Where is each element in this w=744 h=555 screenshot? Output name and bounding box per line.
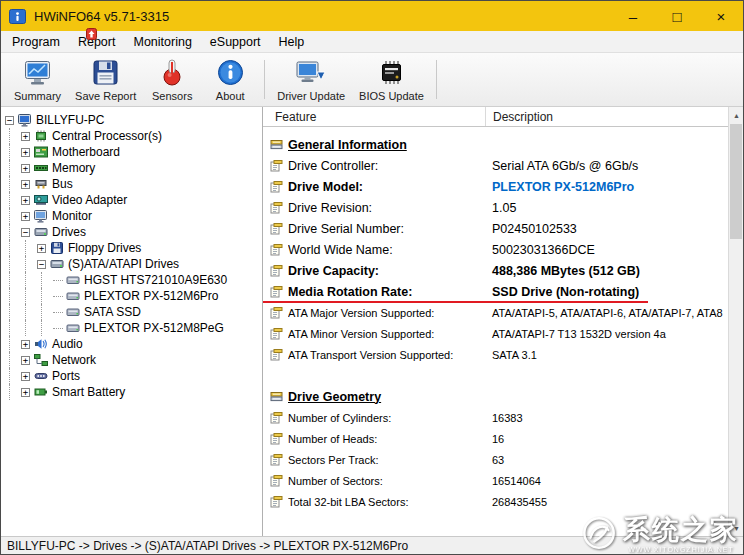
- tree-item-label: Smart Battery: [52, 385, 125, 399]
- feature-label: Number of Sectors:: [288, 475, 485, 487]
- expand-icon[interactable]: +: [21, 180, 30, 189]
- expand-icon[interactable]: +: [21, 212, 30, 221]
- feature-label: ATA Major Version Supported:: [288, 307, 485, 319]
- toolbar-save-report-button[interactable]: Save Report: [68, 55, 143, 104]
- menu-esupport[interactable]: eSupport: [201, 31, 270, 53]
- tree-item-plextor-px-512m6pro[interactable]: PLEXTOR PX-512M6Pro: [5, 288, 262, 304]
- detail-row-drive-model[interactable]: Drive Model:PLEXTOR PX-512M6Pro: [263, 176, 728, 197]
- tree-item-floppy-drives[interactable]: +Floppy Drives: [5, 240, 262, 256]
- toolbar: SummarySave ReportSensorsAboutDriver Upd…: [1, 53, 743, 107]
- detail-row-drive-controller[interactable]: Drive Controller:Serial ATA 6Gb/s @ 6Gb/…: [263, 155, 728, 176]
- bios-update-icon: [378, 58, 405, 87]
- tree-guide-line: [5, 240, 21, 256]
- feature-label: Sectors Per Track:: [288, 454, 485, 466]
- expand-icon[interactable]: +: [21, 196, 30, 205]
- toolbar-summary-button[interactable]: Summary: [7, 55, 68, 104]
- toolbar-separator: [264, 60, 265, 99]
- collapse-icon[interactable]: −: [5, 116, 14, 125]
- page-icon: [270, 454, 284, 466]
- page-icon: [270, 496, 284, 508]
- memory-icon: [34, 162, 48, 174]
- page-icon: [270, 412, 284, 424]
- about-icon: [217, 58, 244, 87]
- tree-item-billyfu-pc[interactable]: −BILLYFU-PC: [5, 112, 262, 128]
- tree-item-ports[interactable]: +Ports: [5, 368, 262, 384]
- expand-icon[interactable]: +: [21, 340, 30, 349]
- column-header-description[interactable]: Description: [485, 107, 553, 126]
- expand-icon[interactable]: +: [21, 388, 30, 397]
- detail-row-media-rotation-rate[interactable]: Media Rotation Rate:SSD Drive (Non-rotat…: [263, 281, 728, 302]
- detail-row-number-of-sectors[interactable]: Number of Sectors:16514064: [263, 470, 728, 491]
- tree-item-memory[interactable]: +Memory: [5, 160, 262, 176]
- detail-row-drive-serial-number[interactable]: Drive Serial Number:P02450102533: [263, 218, 728, 239]
- expand-icon[interactable]: +: [21, 372, 30, 381]
- toolbar-driver-update-button[interactable]: Driver Update: [270, 55, 352, 104]
- toolbar-about-button[interactable]: About: [201, 55, 259, 104]
- scroll-down-icon[interactable]: ▼: [729, 520, 744, 536]
- tree-item-sata-ssd[interactable]: SATA SSD: [5, 304, 262, 320]
- detail-row-total-32-bit-lba-sectors[interactable]: Total 32-bit LBA Sectors:268435455: [263, 491, 728, 512]
- tree-item-hgst-hts721010a9e630[interactable]: HGST HTS721010A9E630: [5, 272, 262, 288]
- maximize-button[interactable]: □: [655, 1, 699, 31]
- minimize-button[interactable]: –: [611, 1, 655, 31]
- detail-row-number-of-heads[interactable]: Number of Heads:16: [263, 428, 728, 449]
- scroll-up-icon[interactable]: ▲: [729, 107, 744, 123]
- tree-guide-line: [5, 352, 21, 368]
- section-title: General Information: [288, 138, 407, 152]
- title-bar[interactable]: HWiNFO64 v5.71-3315 – □ ×: [1, 1, 743, 31]
- toolbar-bios-update-button[interactable]: BIOS Update: [352, 55, 431, 104]
- detail-row-world-wide-name[interactable]: World Wide Name:50023031366DCE: [263, 239, 728, 260]
- feature-label: Number of Heads:: [288, 433, 485, 445]
- expand-icon[interactable]: +: [21, 148, 30, 157]
- toolbar-separator: [436, 60, 437, 99]
- expand-icon[interactable]: +: [21, 132, 30, 141]
- menu-program[interactable]: Program: [3, 31, 69, 53]
- feature-label: Drive Controller:: [288, 159, 485, 173]
- close-button[interactable]: ×: [699, 1, 743, 31]
- detail-row-drive-revision[interactable]: Drive Revision:1.05: [263, 197, 728, 218]
- toolbar-sensors-button[interactable]: Sensors: [143, 55, 201, 104]
- expand-icon[interactable]: +: [21, 356, 30, 365]
- tree-item-label: Video Adapter: [52, 193, 127, 207]
- tree-guide-line: [5, 176, 21, 192]
- video-icon: [34, 194, 48, 206]
- tree-item-audio[interactable]: +Audio: [5, 336, 262, 352]
- tree-item-monitor[interactable]: +Monitor: [5, 208, 262, 224]
- tree-item-s-ata-atapi-drives[interactable]: −(S)ATA/ATAPI Drives: [5, 256, 262, 272]
- network-icon: [34, 354, 48, 366]
- tree-item-bus[interactable]: +Bus: [5, 176, 262, 192]
- tree-item-smart-battery[interactable]: +Smart Battery: [5, 384, 262, 400]
- detail-row-drive-capacity[interactable]: Drive Capacity:488,386 MBytes (512 GB): [263, 260, 728, 281]
- feature-value: SSD Drive (Non-rotating): [485, 285, 728, 299]
- detail-row-ata-minor-version-supported[interactable]: ATA Minor Version Supported:ATA/ATAPI-7 …: [263, 323, 728, 344]
- main-area: −BILLYFU-PC+Central Processor(s)+Motherb…: [1, 107, 743, 536]
- expand-icon[interactable]: +: [21, 164, 30, 173]
- vertical-scrollbar[interactable]: ▲ ▼: [728, 107, 743, 536]
- tree-guide-line: [5, 160, 21, 176]
- battery-icon: [34, 386, 48, 398]
- tree-item-drives[interactable]: −Drives: [5, 224, 262, 240]
- tree-item-label: HGST HTS721010A9E630: [84, 273, 227, 287]
- tree-item-central-processor-s[interactable]: +Central Processor(s): [5, 128, 262, 144]
- detail-row-number-of-cylinders[interactable]: Number of Cylinders:16383: [263, 407, 728, 428]
- computer-icon: [18, 114, 32, 127]
- column-header-feature[interactable]: Feature: [263, 110, 316, 124]
- tree-item-motherboard[interactable]: +Motherboard: [5, 144, 262, 160]
- tree-item-network[interactable]: +Network: [5, 352, 262, 368]
- feature-label: Total 32-bit LBA Sectors:: [288, 496, 485, 508]
- tree-item-plextor-px-512m8peg[interactable]: PLEXTOR PX-512M8PeG: [5, 320, 262, 336]
- ports-icon: [34, 370, 48, 382]
- collapse-icon[interactable]: −: [37, 260, 46, 269]
- tree-item-video-adapter[interactable]: +Video Adapter: [5, 192, 262, 208]
- books-icon: [270, 139, 284, 151]
- detail-row-sectors-per-track[interactable]: Sectors Per Track:63: [263, 449, 728, 470]
- detail-row-ata-transport-version-supported[interactable]: ATA Transport Version Supported:SATA 3.1: [263, 344, 728, 365]
- menu-help[interactable]: Help: [270, 31, 314, 53]
- menu-bar: ProgramReportMonitoringeSupportHelp: [1, 31, 743, 53]
- collapse-icon[interactable]: −: [21, 228, 30, 237]
- expand-icon[interactable]: +: [37, 244, 46, 253]
- menu-monitoring[interactable]: Monitoring: [124, 31, 200, 53]
- detail-row-ata-major-version-supported[interactable]: ATA Major Version Supported:ATA/ATAPI-5,…: [263, 302, 728, 323]
- scroll-thumb[interactable]: [730, 124, 742, 239]
- update-notification-badge[interactable]: [86, 28, 97, 40]
